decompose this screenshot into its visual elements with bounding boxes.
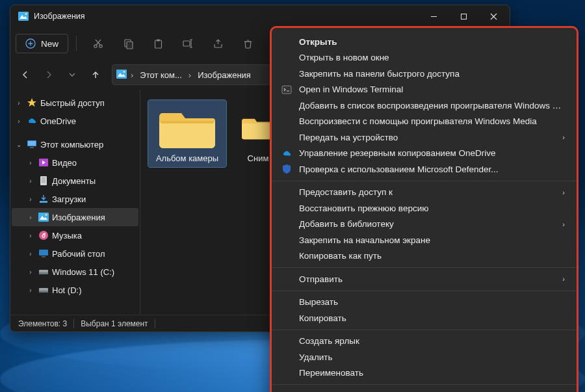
svg-rect-38: [38, 213, 49, 222]
svg-rect-18: [183, 41, 190, 46]
menu-item-rename[interactable]: Переименовать: [272, 365, 577, 382]
back-button[interactable]: [14, 64, 36, 86]
chevron-right-icon[interactable]: ›: [26, 268, 35, 276]
share-button[interactable]: [204, 32, 231, 55]
new-button[interactable]: New: [16, 34, 68, 53]
menu-item-add-wmp-playlist[interactable]: Добавить в список воспроизведения проигр…: [272, 98, 577, 114]
documents-icon: [38, 175, 49, 187]
chevron-right-icon[interactable]: ›: [26, 287, 35, 294]
chevron-right-icon: ›: [129, 70, 135, 80]
svg-point-2: [25, 13, 27, 15]
svg-marker-27: [27, 98, 36, 107]
menu-item-open-new-window[interactable]: Открыть в новом окне: [272, 50, 577, 66]
onedrive-icon: [281, 148, 292, 159]
svg-point-11: [99, 45, 102, 47]
sidebar-item-documents[interactable]: › Документы: [12, 172, 138, 190]
toolbar-separator: [76, 36, 77, 51]
chevron-right-icon[interactable]: ›: [26, 159, 35, 166]
star-icon: [26, 97, 38, 109]
sidebar-item-cdrive[interactable]: › Windows 11 (C:): [12, 263, 138, 281]
svg-rect-43: [42, 256, 46, 257]
titlebar: Изображения: [10, 5, 510, 27]
status-selection: Выбран 1 элемент: [81, 319, 148, 328]
menu-item-copy[interactable]: Копировать: [272, 310, 577, 326]
music-icon: [38, 229, 49, 241]
menu-item-give-access[interactable]: Предоставить доступ к›: [272, 185, 577, 201]
sidebar-item-onedrive[interactable]: › OneDrive: [12, 112, 138, 130]
pictures-icon: [18, 11, 29, 21]
sidebar-item-quick-access[interactable]: › Быстрый доступ: [12, 94, 138, 112]
recent-dropdown[interactable]: [61, 64, 83, 86]
sidebar-item-videos[interactable]: › Видео: [12, 153, 138, 172]
window-title: Изображения: [34, 12, 419, 21]
chevron-right-icon[interactable]: ›: [14, 118, 23, 125]
svg-rect-33: [40, 176, 47, 185]
paste-button[interactable]: [144, 32, 172, 55]
menu-item-cast[interactable]: Передать на устройство›: [272, 129, 577, 146]
menu-item-pin-start[interactable]: Закрепить на начальном экране: [272, 232, 577, 248]
pictures-icon: [38, 211, 49, 223]
chevron-right-icon[interactable]: ›: [26, 177, 35, 185]
delete-button[interactable]: [234, 32, 261, 55]
svg-rect-29: [28, 141, 36, 146]
chevron-down-icon[interactable]: ⌄: [14, 141, 23, 148]
up-button[interactable]: [84, 64, 107, 86]
menu-item-open[interactable]: Открыть: [272, 34, 577, 50]
menu-item-open-terminal[interactable]: Open in Windows Terminal: [272, 82, 577, 98]
rename-button[interactable]: [174, 32, 202, 55]
navigation-pane: › Быстрый доступ › OneDrive ⌄ Этот компь…: [10, 90, 140, 315]
svg-rect-16: [155, 40, 161, 48]
forward-button[interactable]: [38, 64, 60, 86]
menu-item-cut[interactable]: Вырезать: [272, 294, 577, 311]
minimize-button[interactable]: [419, 6, 448, 27]
chevron-right-icon[interactable]: ›: [26, 196, 35, 203]
videos-icon: [38, 157, 49, 168]
new-button-label: New: [41, 39, 58, 49]
svg-rect-30: [30, 147, 34, 148]
menu-item-defender-scan[interactable]: Проверка с использованием Microsoft Defe…: [272, 161, 577, 177]
menu-item-pin-quick-access[interactable]: Закрепить на панели быстрого доступа: [272, 66, 577, 82]
sidebar-item-ddrive[interactable]: › Hot (D:): [12, 281, 138, 299]
menu-item-play-wmp[interactable]: Воспроизвести с помощью проигрывателя Wi…: [272, 114, 577, 130]
cut-button[interactable]: [84, 32, 112, 55]
desktop-icon: [38, 248, 49, 259]
sidebar-item-desktop[interactable]: › Рабочий стол: [12, 244, 138, 263]
shield-icon: [281, 163, 292, 175]
menu-item-copy-as-path[interactable]: Копировать как путь: [272, 248, 577, 265]
menu-item-add-library[interactable]: Добавить в библиотеку›: [272, 216, 577, 233]
sidebar-item-pictures[interactable]: › Изображения: [12, 208, 138, 226]
sidebar-item-this-pc[interactable]: ⌄ Этот компьютер: [12, 135, 138, 153]
folder-item[interactable]: Альбом камеры: [148, 100, 226, 167]
chevron-right-icon[interactable]: ›: [26, 250, 35, 257]
sidebar-item-downloads[interactable]: › Загрузки: [12, 190, 138, 208]
svg-rect-42: [39, 250, 48, 255]
folder-label: Альбом камеры: [156, 153, 218, 163]
chevron-right-icon: ›: [187, 70, 192, 80]
breadcrumb-segment[interactable]: Этот ком...: [137, 68, 185, 83]
chevron-right-icon[interactable]: ›: [26, 232, 35, 239]
svg-rect-37: [40, 201, 47, 203]
menu-item-delete[interactable]: Удалить: [272, 349, 577, 365]
svg-line-13: [96, 40, 100, 45]
sidebar-item-music[interactable]: › Музыка: [12, 226, 138, 244]
svg-line-12: [96, 40, 101, 45]
close-button[interactable]: [478, 6, 508, 27]
chevron-right-icon: ›: [562, 133, 565, 141]
maximize-button[interactable]: [448, 6, 478, 27]
menu-item-send-to[interactable]: Отправить›: [272, 271, 577, 287]
breadcrumb-segment[interactable]: Изображения: [195, 68, 254, 83]
menu-item-properties[interactable]: Свойства: [272, 388, 577, 392]
svg-point-26: [124, 71, 125, 73]
chevron-right-icon[interactable]: ›: [26, 214, 35, 221]
svg-point-49: [46, 291, 47, 293]
menu-item-onedrive-backup[interactable]: Управление резервным копированием OneDri…: [272, 146, 577, 162]
menu-item-create-shortcut[interactable]: Создать ярлык: [272, 333, 577, 350]
chevron-right-icon: ›: [562, 220, 565, 228]
monitor-icon: [26, 138, 38, 150]
terminal-icon: [281, 84, 292, 96]
copy-button[interactable]: [114, 32, 142, 55]
menu-item-restore-version[interactable]: Восстановить прежнюю версию: [272, 200, 577, 216]
chevron-right-icon[interactable]: ›: [14, 99, 23, 107]
svg-rect-50: [282, 86, 291, 94]
drive-icon: [38, 284, 49, 296]
